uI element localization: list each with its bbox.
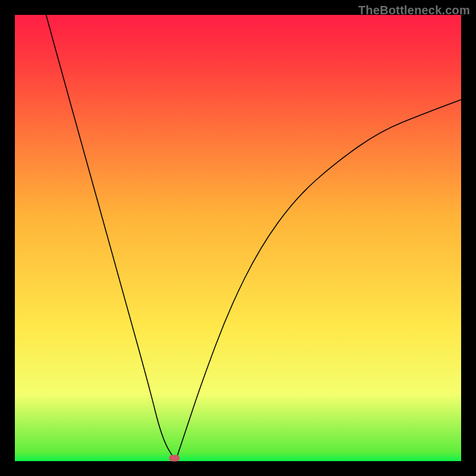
optimum-marker (169, 455, 180, 461)
curve-right-branch (176, 100, 461, 462)
watermark-text: TheBottleneck.com (358, 4, 470, 17)
curve-left-branch (46, 15, 176, 461)
bottleneck-curve (15, 15, 461, 461)
plot-area (15, 15, 461, 461)
chart-frame: TheBottleneck.com (0, 0, 476, 476)
